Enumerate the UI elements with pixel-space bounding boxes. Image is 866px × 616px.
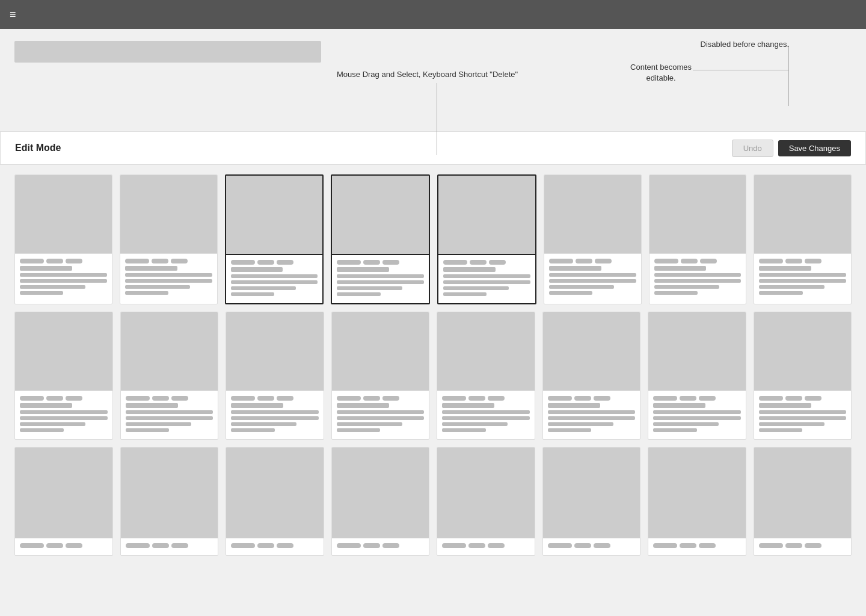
card-r1c8[interactable] [754,174,852,304]
card-image [543,312,640,390]
annotation-line-center [437,83,437,155]
card-r1c7[interactable] [649,174,747,304]
top-navigation-bar: ≡ [0,0,866,29]
card-r2c5[interactable] [437,312,535,440]
annotation-line-save [788,46,789,106]
card-content [754,390,852,439]
card-image [120,175,217,253]
card-r2c6[interactable] [542,312,641,440]
card-r2c4[interactable] [331,312,430,440]
grid-row-3 [14,447,852,556]
card-r2c7[interactable] [648,312,746,440]
grid-row-1 [14,174,852,304]
card-content [226,538,324,555]
card-r3c7[interactable] [648,447,746,556]
card-content [437,538,535,555]
card-r3c2[interactable] [120,447,219,556]
content-area [0,165,866,573]
card-image [15,175,112,253]
card-content [544,253,641,302]
card-content [121,538,218,555]
card-content [650,253,746,302]
card-image [332,176,429,254]
card-image [544,175,641,253]
card-r1c3[interactable] [225,174,324,304]
card-content [332,390,429,439]
card-content [15,253,112,302]
card-r1c4[interactable] [331,174,430,304]
card-image [15,448,112,538]
card-image [332,312,429,390]
card-image [437,312,535,390]
annotation-area: Disabled before changes. Mouse Drag and … [0,29,866,131]
card-content [543,390,640,439]
save-changes-button[interactable]: Save Changes [778,140,851,156]
card-r1c2[interactable] [120,174,218,304]
edit-mode-title: Edit Mode [15,143,732,153]
card-image [754,175,851,253]
edit-mode-bar: Edit Mode Undo Save Changes [0,131,866,165]
card-r2c1[interactable] [14,312,113,440]
card-image [650,175,746,253]
card-r3c1[interactable] [14,447,113,556]
content-editable-label: Content becomes editable. [630,62,692,84]
card-content [120,253,217,302]
card-content [543,538,640,555]
card-r3c8[interactable] [754,447,852,556]
card-image [754,448,852,538]
card-image [226,448,324,538]
card-r2c2[interactable] [120,312,219,440]
card-r3c3[interactable] [226,447,324,556]
card-image [121,448,218,538]
card-content [121,390,218,439]
card-content [332,254,429,303]
card-image [437,448,535,538]
card-content [438,254,535,303]
card-image [648,312,746,390]
mouse-drag-label: Mouse Drag and Select, Keyboard Shortcut… [337,70,518,79]
card-content [754,538,852,555]
card-image [332,448,429,538]
card-image [15,312,112,390]
grid-row-2 [14,312,852,440]
card-content [15,390,112,439]
card-image [438,176,535,254]
card-r3c5[interactable] [437,447,535,556]
card-content [754,253,851,302]
card-image [543,448,640,538]
card-r1c6[interactable] [544,174,642,304]
search-bar[interactable] [14,41,321,63]
disabled-label: Disabled before changes. [701,40,789,49]
card-content [226,390,324,439]
card-r1c5[interactable] [437,174,536,304]
card-image [226,312,324,390]
card-image [226,176,323,254]
card-image [754,312,852,390]
card-content [437,390,535,439]
card-content [332,538,429,555]
hamburger-menu-icon[interactable]: ≡ [10,8,16,21]
card-image [648,448,746,538]
card-r2c8[interactable] [754,312,852,440]
card-content [15,538,112,555]
card-r3c6[interactable] [542,447,641,556]
card-r3c4[interactable] [331,447,430,556]
card-content [226,254,323,303]
card-content [648,390,746,439]
undo-button[interactable]: Undo [732,140,773,157]
card-r2c3[interactable] [226,312,324,440]
card-content [648,538,746,555]
card-image [121,312,218,390]
annotation-line-h [693,70,789,70]
card-r1c1[interactable] [14,174,112,304]
